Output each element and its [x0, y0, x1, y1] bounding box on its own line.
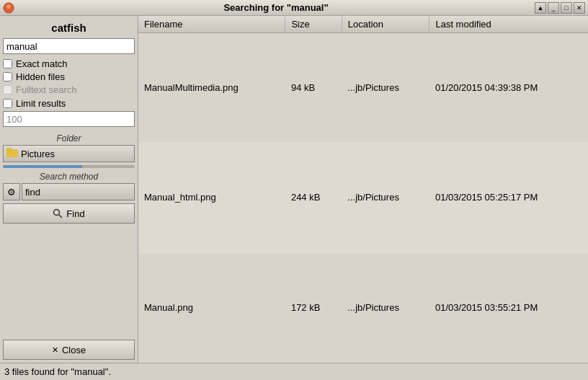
limit-results-label: Limit results: [16, 98, 66, 109]
close-x-icon: ✕: [52, 345, 58, 355]
folder-label: Pictures: [21, 149, 55, 159]
results-panel: Filename Size Location Last modified Man…: [138, 16, 588, 363]
table-row[interactable]: Manual.png172 kB...jb/Pictures01/03/2015…: [138, 252, 588, 362]
window-maximize-btn[interactable]: □: [561, 2, 572, 14]
search-method-label: Search method: [3, 169, 135, 183]
limit-results-input[interactable]: [3, 111, 135, 127]
col-last-modified[interactable]: Last modified: [429, 16, 588, 33]
fulltext-search-checkbox: [3, 85, 12, 94]
window-controls[interactable]: ▲ _ □ ✕: [535, 2, 585, 14]
cell-filename: ManualMultimedia.png: [138, 33, 285, 143]
cell-last_modified: 01/03/2015 05:25:17 PM: [429, 143, 588, 252]
col-size[interactable]: Size: [285, 16, 342, 33]
exact-match-label: Exact match: [16, 58, 68, 69]
svg-point-4: [54, 210, 60, 216]
folder-scrollbar[interactable]: [3, 165, 135, 168]
window-title: Searching for "manual": [17, 2, 535, 13]
folder-icon: [6, 148, 18, 159]
results-table: Filename Size Location Last modified Man…: [138, 16, 588, 363]
limit-results-option[interactable]: Limit results: [3, 98, 135, 109]
svg-rect-3: [6, 148, 12, 151]
cell-size: 94 kB: [285, 33, 342, 143]
app-title: catfish: [3, 19, 135, 38]
window-close-btn[interactable]: ✕: [574, 2, 585, 14]
main-content: catfish Exact match Hidden files Fulltex…: [0, 16, 588, 363]
table-row[interactable]: Manual_html.png244 kB...jb/Pictures01/03…: [138, 143, 588, 252]
results-body: ManualMultimedia.png94 kB...jb/Pictures0…: [138, 33, 588, 363]
window-up-btn[interactable]: ▲: [535, 2, 546, 14]
folder-button[interactable]: Pictures: [3, 145, 135, 162]
table-header: Filename Size Location Last modified: [138, 16, 588, 33]
app-icon: [3, 2, 14, 14]
hidden-files-label: Hidden files: [16, 71, 65, 82]
options-group: Exact match Hidden files Fulltext search: [3, 58, 135, 95]
find-button[interactable]: Find: [3, 203, 135, 224]
cell-location: ...jb/Pictures: [342, 33, 429, 143]
method-icon-button[interactable]: ⚙: [3, 183, 20, 200]
titlebar: Searching for "manual" ▲ _ □ ✕: [0, 0, 588, 16]
close-button-label: Close: [62, 345, 86, 355]
close-button[interactable]: ✕ Close: [3, 340, 135, 360]
exact-match-checkbox[interactable]: [3, 59, 12, 69]
col-filename[interactable]: Filename: [138, 16, 285, 33]
cell-filename: Manual_html.png: [138, 143, 285, 252]
cell-filename: Manual.png: [138, 252, 285, 362]
scrollbar-fill: [3, 165, 82, 168]
statusbar: 3 files found for "manual".: [0, 363, 588, 380]
exact-match-option[interactable]: Exact match: [3, 58, 135, 69]
svg-point-1: [6, 4, 11, 9]
search-input[interactable]: [3, 38, 135, 54]
hidden-files-checkbox[interactable]: [3, 72, 12, 81]
find-button-label: Find: [66, 208, 84, 219]
search-method-select[interactable]: find: [22, 183, 135, 200]
window-minimize-btn[interactable]: _: [548, 2, 559, 14]
cell-size: 244 kB: [285, 143, 342, 252]
svg-rect-2: [6, 150, 18, 157]
cell-location: ...jb/Pictures: [342, 143, 429, 252]
hidden-files-option[interactable]: Hidden files: [3, 71, 135, 82]
status-text: 3 files found for "manual".: [4, 366, 111, 377]
fulltext-search-option: Fulltext search: [3, 84, 135, 95]
cell-location: ...jb/Pictures: [342, 252, 429, 362]
find-icon: [53, 208, 63, 218]
folder-section-label: Folder: [3, 131, 135, 145]
svg-line-5: [59, 215, 63, 218]
cell-last_modified: 01/03/2015 03:55:21 PM: [429, 252, 588, 362]
table-row[interactable]: ManualMultimedia.png94 kB...jb/Pictures0…: [138, 33, 588, 143]
cell-size: 172 kB: [285, 252, 342, 362]
limit-results-checkbox[interactable]: [3, 99, 12, 108]
cell-last_modified: 01/20/2015 04:39:38 PM: [429, 33, 588, 143]
gear-icon: ⚙: [7, 187, 16, 198]
col-location[interactable]: Location: [342, 16, 429, 33]
sidebar: catfish Exact match Hidden files Fulltex…: [0, 16, 138, 363]
fulltext-search-label: Fulltext search: [16, 84, 77, 95]
search-method-row: ⚙ find: [3, 183, 135, 200]
